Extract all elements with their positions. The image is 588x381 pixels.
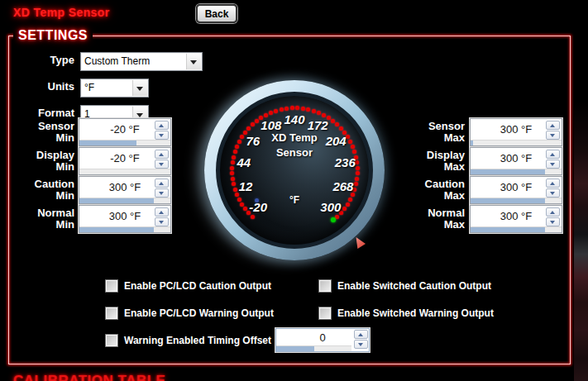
sensor-min-up-button[interactable] [155,121,169,130]
enable-pclcd-warning-label: Enable PC/LCD Warning Output [124,307,274,319]
display-max-label: Display Max [410,150,465,173]
gauge-tick-dot [246,126,251,131]
display-min-label: Display Min [20,150,74,173]
gauge-units-label: °F [204,194,385,206]
chevron-down-icon[interactable] [132,80,147,96]
type-select-value: Custom Therm [84,55,150,67]
gauge-tick-dot [301,107,305,111]
timing-offset-spinbox[interactable]: 0 [275,328,370,352]
caution-min-label: Caution Min [20,179,74,202]
background-texture [574,99,588,381]
gauge-tick-label: 268 [332,179,353,193]
gauge-tick-dot [251,122,255,126]
enable-switched-caution-row: Enable Switched Caution Output [318,279,491,293]
gauge-tick-dot [231,177,235,181]
sensor-min-slider [79,140,170,145]
caution-min-down-button[interactable] [155,188,169,198]
gauge-tick-dot [290,106,294,110]
display-max-spinbox[interactable]: 300 °F [470,147,562,175]
enable-switched-warning-checkbox[interactable] [318,307,332,320]
gauge-tick-dot [280,107,284,112]
gauge-tick-dot [230,166,234,170]
gauge-tick-dot [255,119,259,123]
display-min-up-button[interactable] [155,150,169,159]
units-select-value: °F [84,82,94,93]
gauge-green-marker-dot [331,217,336,222]
caution-min-slider [79,198,170,203]
caution-max-spinbox[interactable]: 300 °F [470,176,562,204]
units-select[interactable]: °F [80,79,149,98]
normal-max-up-button[interactable] [546,207,560,217]
normal-min-slider [79,226,170,232]
display-min-slider [79,169,170,174]
enable-pclcd-caution-label: Enable PC/LCD Caution Output [124,280,271,292]
sensor-min-spinbox[interactable]: -20 °F [79,118,171,146]
type-select[interactable]: Custom Therm [80,52,203,71]
sensor-max-slider [471,140,562,145]
enable-pclcd-caution-checkbox[interactable] [105,279,118,293]
gauge-title-line1: XD Temp [204,131,385,144]
gauge-tick-dot [233,188,237,192]
enable-switched-warning-row: Enable Switched Warning Output [318,307,494,320]
calibration-table-heading: CALIBRATION TABLE [13,373,165,381]
normal-min-spinbox[interactable]: 300 °F [79,205,171,233]
gauge-tick-dot [322,113,326,117]
gauge-tick-label: 108 [261,117,281,131]
gauge-tick-dot [339,126,343,131]
sensor-max-label: Sensor Max [410,121,465,144]
sensor-max-down-button[interactable] [546,131,560,140]
gauge-needle-dot [255,198,259,202]
display-max-down-button[interactable] [546,160,560,169]
back-button[interactable]: Back [196,4,237,23]
gauge-tick-dot [312,109,316,113]
normal-min-up-button[interactable] [155,207,169,217]
settings-legend: SETTINGS [13,28,93,43]
gauge-tick-dot [317,111,321,115]
xd-temp-sensor-settings-page: XD Temp Sensor Back SETTINGS Type Custom… [0,0,588,381]
gauge-tick-dot [284,107,289,111]
caution-max-up-button[interactable] [546,179,560,188]
timing-offset-slider [276,345,351,351]
timing-offset-down-button[interactable] [354,340,368,349]
enable-pclcd-warning-row: Enable PC/LCD Warning Output [105,307,274,320]
normal-max-label: Normal Max [410,207,465,231]
type-label: Type [17,55,74,66]
normal-max-down-button[interactable] [546,217,560,226]
warning-timing-offset-row: Warning Enabled Timing Offset [105,334,271,347]
normal-max-spinbox[interactable]: 300 °F [470,205,562,233]
timing-offset-up-button[interactable] [354,330,368,339]
display-min-spinbox[interactable]: -20 °F [79,147,171,175]
caution-min-up-button[interactable] [155,179,169,188]
warning-timing-offset-checkbox[interactable] [105,334,118,347]
gauge-tick-dot [274,109,278,113]
page-title: XD Temp Sensor [13,6,110,19]
sensor-min-label: Sensor Min [20,121,74,144]
sensor-min-down-button[interactable] [155,131,169,140]
gauge-tick-dot [356,166,360,170]
caution-max-down-button[interactable] [546,188,560,198]
display-min-down-button[interactable] [155,160,169,169]
chevron-down-icon[interactable] [186,54,201,69]
gauge-tick-label: 172 [308,117,328,131]
gauge-tick-dot [331,119,335,123]
sensor-max-up-button[interactable] [546,121,560,130]
gauge-title-line2: Sensor [204,146,385,159]
sensor-max-spinbox[interactable]: 300 °F [470,118,562,146]
units-label: Units [17,81,74,93]
gauge-tick-label: 12 [239,179,253,193]
gauge-tick-dot [243,207,247,211]
enable-pclcd-caution-row: Enable PC/LCD Caution Output [105,279,271,293]
gauge-tick-dot [251,215,255,219]
caution-max-label: Caution Max [410,179,465,202]
caution-min-spinbox[interactable]: 300 °F [79,176,171,204]
gauge-tick-dot [231,160,235,164]
enable-switched-caution-label: Enable Switched Caution Output [337,280,491,292]
enable-switched-caution-checkbox[interactable] [318,279,332,293]
gauge-tick-label: 140 [284,112,304,126]
normal-min-label: Normal Min [20,207,74,231]
normal-max-slider [471,226,562,232]
warning-timing-offset-label: Warning Enabled Timing Offset [124,335,271,346]
normal-min-down-button[interactable] [155,217,169,226]
display-max-up-button[interactable] [546,150,560,159]
enable-pclcd-warning-checkbox[interactable] [105,307,118,320]
